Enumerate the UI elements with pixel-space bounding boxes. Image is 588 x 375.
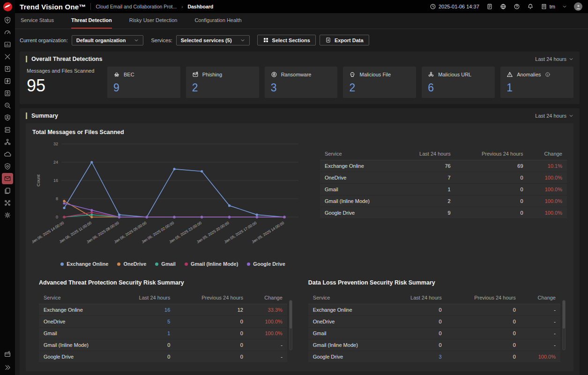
table-cell: 0 — [455, 195, 528, 207]
table-cell: 100.0% — [521, 351, 560, 363]
table-row: Google Drive30100.0% — [308, 351, 560, 363]
table-cell: 0 — [455, 207, 528, 219]
sidebar-item-report-chart[interactable] — [2, 39, 13, 50]
table-cell: 100.0% — [528, 207, 567, 219]
scanned-value: 95 — [27, 76, 101, 96]
legend-item-gmail[interactable]: Gmail — [155, 261, 176, 267]
building-icon — [541, 3, 547, 10]
scrollbar-thumb[interactable] — [290, 300, 292, 329]
scrollbar-thumb[interactable] — [563, 300, 565, 329]
network-mesh-icon — [4, 199, 11, 207]
sidebar-item-app-box[interactable] — [2, 348, 13, 360]
help-icon[interactable] — [514, 3, 520, 10]
trend-micro-logo[interactable] — [3, 2, 13, 12]
legend-item-exchange-online[interactable]: Exchange Online — [60, 261, 108, 267]
table-cell: - — [248, 339, 287, 351]
sidebar-item-expand[interactable] — [2, 362, 13, 373]
company-selector[interactable]: tm — [541, 3, 555, 10]
table-row: Gmail10100.0% — [39, 328, 287, 339]
breadcrumb: Cloud Email and Collaboration Prot... › … — [96, 4, 213, 9]
atp-risk-summary-panel: Advanced Threat Protection Security Risk… — [32, 274, 294, 366]
select-sections-button[interactable]: Select Sections — [257, 35, 316, 45]
legend-item-gmail-inline-mode-[interactable]: Gmail (Inline Mode) — [185, 261, 238, 267]
table-cell-link[interactable]: 5 — [117, 316, 175, 328]
organization-select[interactable]: Default organization — [72, 35, 144, 45]
table-cell: Exchange Online — [320, 160, 397, 172]
table-cell: Google Drive — [308, 351, 387, 363]
tab-configuration-health[interactable]: Configuration Health — [194, 17, 241, 29]
column-header: Service — [39, 292, 117, 304]
table-cell-link[interactable]: 3 — [387, 351, 447, 363]
sidebar-item-lightning[interactable] — [2, 75, 13, 87]
sidebar-item-xdr-x[interactable] — [2, 51, 13, 62]
sidebar-item-server-list[interactable] — [2, 124, 13, 135]
sidebar-item-document-stack[interactable] — [2, 185, 13, 196]
sidebar-item-cloud-security[interactable] — [2, 149, 13, 160]
report-chart-icon — [4, 41, 11, 48]
table-row: Gmail00- — [308, 328, 560, 339]
summary-section: Summary Last 24 hours Total Messages or … — [20, 108, 580, 375]
gauge-icon — [4, 29, 11, 36]
table-row: Gmail (Inline Mode)20100.0% — [320, 195, 567, 207]
sidebar-item-network-mesh[interactable] — [2, 197, 13, 209]
table-cell: Exchange Online — [39, 304, 117, 316]
sidebar-item-threat-book[interactable] — [2, 63, 13, 75]
export-data-button[interactable]: Export Data — [320, 35, 369, 45]
table-cell: Exchange Online — [308, 304, 387, 316]
breadcrumb-separator: › — [181, 4, 183, 9]
info-icon[interactable] — [545, 72, 551, 77]
sidebar-item-search-scan[interactable] — [2, 100, 13, 111]
legend-item-onedrive[interactable]: OneDrive — [117, 261, 146, 267]
legend-dot — [60, 262, 64, 266]
tab-service-status[interactable]: Service Status — [21, 17, 54, 29]
time-range-select[interactable]: Last 24 hours — [535, 56, 573, 62]
avatar[interactable] — [574, 2, 582, 11]
table-cell: 0 — [455, 184, 528, 195]
services-select[interactable]: Selected services (5) — [176, 35, 250, 45]
sidebar-item-shield-sync[interactable] — [2, 161, 13, 172]
sidebar-item-id-badge[interactable] — [2, 88, 13, 99]
table-row: Gmail (Inline Mode)00- — [39, 339, 287, 351]
breadcrumb-section[interactable]: Cloud Email and Collaboration Prot... — [96, 4, 177, 9]
table-cell: 0 — [117, 339, 175, 351]
table-row: OneDrive50100.0% — [39, 316, 287, 328]
settings-gear-icon — [4, 211, 11, 219]
legend-label: Google Drive — [253, 261, 285, 267]
datetime: 2025-01-06 14:37 — [430, 3, 479, 10]
legend-item-google-drive[interactable]: Google Drive — [247, 261, 285, 267]
card-label: Anomalies — [517, 72, 541, 77]
column-header: Change — [248, 292, 287, 304]
toolbar: Current organization: Default organizati… — [15, 29, 588, 52]
sidebar-item-gauge[interactable] — [2, 27, 13, 38]
card-value: 2 — [349, 82, 410, 94]
time-range-select[interactable]: Last 24 hours — [535, 113, 573, 119]
table-cell: 0 — [447, 316, 521, 328]
document-icon[interactable] — [486, 3, 493, 10]
table-cell-link[interactable]: 16 — [117, 304, 175, 316]
table-cell: 69 — [455, 160, 528, 172]
section-title: Overall Threat Detections — [31, 56, 102, 62]
sidebar-item-email-collaboration[interactable] — [2, 173, 13, 184]
table-cell: 12 — [175, 304, 248, 316]
sidebar-item-user-shield[interactable] — [2, 112, 13, 123]
sidebar-item-shield-pin[interactable] — [2, 15, 13, 26]
column-header: Service — [308, 292, 387, 304]
chevron-down-icon[interactable] — [562, 4, 567, 9]
card-value: 9 — [113, 82, 174, 94]
chevron-down-icon — [240, 38, 245, 43]
table-cell: - — [521, 316, 560, 328]
globe-icon[interactable] — [500, 3, 506, 10]
bell-icon[interactable] — [527, 3, 534, 10]
legend-label: Gmail (Inline Mode) — [191, 261, 238, 267]
messages-scanned-block: Messages and Files Scanned 95 — [26, 67, 102, 98]
table-cell: OneDrive — [320, 172, 397, 184]
sidebar-item-org-network[interactable] — [2, 136, 13, 148]
panel-title: Advanced Threat Protection Security Risk… — [39, 279, 287, 286]
tab-risky-user-detection[interactable]: Risky User Detection — [129, 17, 178, 29]
tab-threat-detection[interactable]: Threat Detection — [71, 17, 112, 29]
table-cell: 0 — [447, 339, 521, 351]
table-cell-link[interactable]: 1 — [117, 328, 175, 339]
threat-card-ransomware: Ransomware 3 — [265, 67, 338, 98]
table-cell: 0 — [447, 328, 521, 339]
sidebar-item-settings-gear[interactable] — [2, 210, 13, 221]
